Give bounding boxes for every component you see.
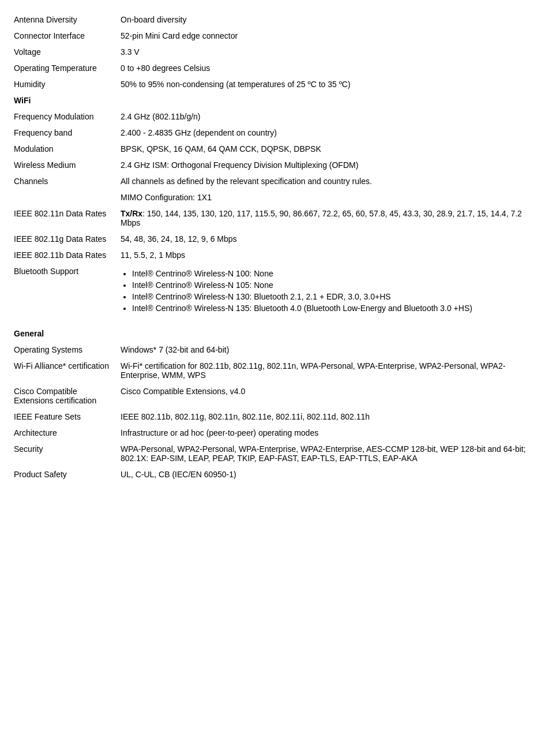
row-label: Operating Temperature bbox=[14, 60, 121, 76]
table-row: IEEE 802.11g Data Rates54, 48, 36, 24, 1… bbox=[14, 231, 546, 247]
row-value: All channels as defined by the relevant … bbox=[121, 173, 546, 189]
table-row: IEEE 802.11b Data Rates11, 5.5, 2, 1 Mbp… bbox=[14, 247, 546, 263]
table-row: Wi-Fi Alliance* certificationWi-Fi* cert… bbox=[14, 358, 546, 383]
row-label: Frequency band bbox=[14, 125, 121, 141]
table-row: IEEE 802.11n Data RatesTx/Rx: 150, 144, … bbox=[14, 205, 546, 231]
row-value: 50% to 95% non-condensing (at temperatur… bbox=[121, 76, 546, 92]
row-value: 2.400 - 2.4835 GHz (dependent on country… bbox=[121, 125, 546, 141]
table-row: Connector Interface52-pin Mini Card edge… bbox=[14, 28, 546, 44]
row-value: 2.4 GHz ISM: Orthogonal Frequency Divisi… bbox=[121, 157, 546, 173]
row-value: Tx/Rx: 150, 144, 135, 130, 120, 117, 115… bbox=[121, 205, 546, 231]
row-label: Humidity bbox=[14, 76, 121, 92]
table-row: SecurityWPA-Personal, WPA2-Personal, WPA… bbox=[14, 441, 546, 466]
table-row: Voltage3.3 V bbox=[14, 44, 546, 60]
row-label: IEEE 802.11g Data Rates bbox=[14, 231, 121, 247]
row-label: Wi-Fi Alliance* certification bbox=[14, 358, 121, 383]
table-row: ArchitectureInfrastructure or ad hoc (pe… bbox=[14, 425, 546, 441]
row-value: Intel® Centrino® Wireless-N 100: NoneInt… bbox=[121, 263, 546, 319]
row-value: UL, C-UL, CB (IEC/EN 60950-1) bbox=[121, 466, 546, 482]
table-row: Antenna DiversityOn-board diversity bbox=[14, 12, 546, 28]
table-row: MIMO Configuration: 1X1 bbox=[14, 189, 546, 205]
spacer-row bbox=[14, 319, 546, 325]
row-value: 3.3 V bbox=[121, 44, 546, 60]
row-label: Operating Systems bbox=[14, 342, 121, 358]
table-row: ChannelsAll channels as defined by the r… bbox=[14, 173, 546, 189]
row-label bbox=[14, 189, 121, 205]
specs-table: Antenna DiversityOn-board diversityConne… bbox=[14, 12, 546, 482]
row-value: IEEE 802.11b, 802.11g, 802.11n, 802.11e,… bbox=[121, 409, 546, 425]
row-label: Voltage bbox=[14, 44, 121, 60]
table-row: Operating SystemsWindows* 7 (32-bit and … bbox=[14, 342, 546, 358]
row-label: Frequency Modulation bbox=[14, 108, 121, 125]
row-label: Wireless Medium bbox=[14, 157, 121, 173]
row-label: General bbox=[14, 325, 121, 342]
row-label: Architecture bbox=[14, 425, 121, 441]
row-label: WiFi bbox=[14, 92, 121, 108]
row-value: Wi-Fi* certification for 802.11b, 802.11… bbox=[121, 358, 546, 383]
row-value: Cisco Compatible Extensions, v4.0 bbox=[121, 383, 546, 409]
row-label: IEEE Feature Sets bbox=[14, 409, 121, 425]
row-label: Modulation bbox=[14, 141, 121, 157]
row-value: 52-pin Mini Card edge connector bbox=[121, 28, 546, 44]
row-value bbox=[121, 92, 546, 108]
row-value: Infrastructure or ad hoc (peer-to-peer) … bbox=[121, 425, 546, 441]
row-value bbox=[121, 325, 546, 342]
table-row: Wireless Medium2.4 GHz ISM: Orthogonal F… bbox=[14, 157, 546, 173]
row-value: On-board diversity bbox=[121, 12, 546, 28]
row-value: 11, 5.5, 2, 1 Mbps bbox=[121, 247, 546, 263]
row-value: MIMO Configuration: 1X1 bbox=[121, 189, 546, 205]
table-row: Frequency band2.400 - 2.4835 GHz (depend… bbox=[14, 125, 546, 141]
table-row: Bluetooth SupportIntel® Centrino® Wirele… bbox=[14, 263, 546, 319]
row-label: Connector Interface bbox=[14, 28, 121, 44]
table-row: General bbox=[14, 325, 546, 342]
table-row: IEEE Feature SetsIEEE 802.11b, 802.11g, … bbox=[14, 409, 546, 425]
row-label: Cisco Compatible Extensions certificatio… bbox=[14, 383, 121, 409]
list-item: Intel® Centrino® Wireless-N 130: Bluetoo… bbox=[132, 292, 542, 301]
table-row: ModulationBPSK, QPSK, 16 QAM, 64 QAM CCK… bbox=[14, 141, 546, 157]
table-row: Operating Temperature0 to +80 degrees Ce… bbox=[14, 60, 546, 76]
list-item: Intel® Centrino® Wireless-N 105: None bbox=[132, 280, 542, 290]
table-row: Product SafetyUL, C-UL, CB (IEC/EN 60950… bbox=[14, 466, 546, 482]
row-value: 0 to +80 degrees Celsius bbox=[121, 60, 546, 76]
table-row: Cisco Compatible Extensions certificatio… bbox=[14, 383, 546, 409]
table-row: WiFi bbox=[14, 92, 546, 108]
row-value: 54, 48, 36, 24, 18, 12, 9, 6 Mbps bbox=[121, 231, 546, 247]
list-item: Intel® Centrino® Wireless-N 135: Bluetoo… bbox=[132, 304, 542, 313]
row-value: 2.4 GHz (802.11b/g/n) bbox=[121, 108, 546, 125]
row-label: Bluetooth Support bbox=[14, 263, 121, 319]
row-label: Security bbox=[14, 441, 121, 466]
row-label: Product Safety bbox=[14, 466, 121, 482]
row-value: Windows* 7 (32-bit and 64-bit) bbox=[121, 342, 546, 358]
row-label: Antenna Diversity bbox=[14, 12, 121, 28]
list-item: Intel® Centrino® Wireless-N 100: None bbox=[132, 269, 542, 278]
table-row: Humidity50% to 95% non-condensing (at te… bbox=[14, 76, 546, 92]
row-label: Channels bbox=[14, 173, 121, 189]
row-value: WPA-Personal, WPA2-Personal, WPA-Enterpr… bbox=[121, 441, 546, 466]
row-value: BPSK, QPSK, 16 QAM, 64 QAM CCK, DQPSK, D… bbox=[121, 141, 546, 157]
row-label: IEEE 802.11b Data Rates bbox=[14, 247, 121, 263]
row-label: IEEE 802.11n Data Rates bbox=[14, 205, 121, 231]
table-row: Frequency Modulation2.4 GHz (802.11b/g/n… bbox=[14, 108, 546, 125]
